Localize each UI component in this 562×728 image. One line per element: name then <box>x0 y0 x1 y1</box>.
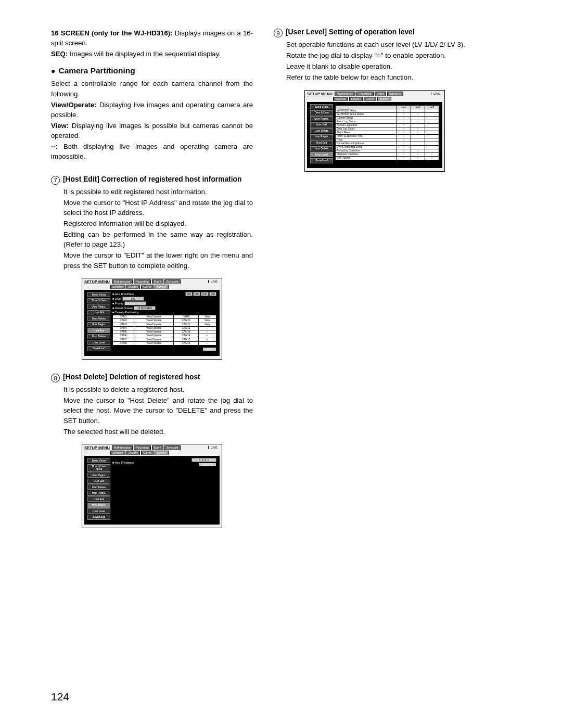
sidebar-item: Time & Date <box>87 298 110 303</box>
sidebar-item: User Level <box>310 152 333 157</box>
sidebar-item: Host Regist. <box>87 322 110 327</box>
figure-host-delete: SETUP MENU Maintenance Recording Event S… <box>82 444 222 529</box>
sidebar-item: Host Delete <box>87 503 110 508</box>
sidebar-item: User Regist. <box>310 116 333 121</box>
fig7-main: Host IP Address 000 000 000 000 LevelLV1… <box>112 292 216 352</box>
sidebar-item: Basic Setup <box>87 458 110 463</box>
camera-partitioning-table: CAM1View/OperateCAM9ViewCAM2View/Operate… <box>112 315 216 346</box>
circled-9: 9 <box>274 29 283 37</box>
view-line: View: Displaying live images is possible… <box>51 121 253 141</box>
sidebar-item: Basic Setup <box>87 292 110 297</box>
dash-line: --: Both displaying live images and oper… <box>51 142 253 161</box>
circled-8: 8 <box>51 374 60 382</box>
sidebar-item: Host Edit <box>310 140 333 145</box>
section-8-heading: 8 [Host Delete] Deletion of registered h… <box>51 373 253 382</box>
edit-button: EDIT <box>202 347 216 351</box>
fig9-title: SETUP MENU <box>307 92 333 96</box>
sidebar-item: Host Delete <box>87 334 110 339</box>
sidebar-item: Save/Load <box>310 158 333 163</box>
sidebar-item: Host Regist. <box>87 491 110 496</box>
figure-user-level: SETUP MENU Maintenance Recording Event S… <box>304 90 445 172</box>
sidebar-item: Save/Load <box>87 515 110 520</box>
sidebar-item: User Delete <box>87 484 110 490</box>
sidebar-item: User Edit <box>87 479 110 484</box>
page-number: 124 <box>51 691 69 703</box>
screen16-label: 16 SCREEN (only for the WJ-HD316): <box>51 29 173 37</box>
sidebar-item: User Level <box>87 340 110 345</box>
sidebar-item: Host Edit <box>87 496 110 502</box>
fig9-main: LV1LV2LV3WJ-HD300 Setup○WJ-HD300 Setup S… <box>335 104 439 164</box>
left-column: 16 SCREEN (only for the WJ-HD316): Displ… <box>51 28 253 528</box>
section-9-body: Set operable functions at each user leve… <box>274 40 476 83</box>
right-column: 9 [User Level] Setting of operation leve… <box>274 28 476 528</box>
sidebar-item: Host Edit <box>87 328 110 333</box>
cam-part-intro: Select a controllable range for each cam… <box>51 79 253 98</box>
section-7-heading: 7 [Host Edit] Correction of registered h… <box>51 175 253 185</box>
sidebar-item: Host Delete <box>310 146 333 151</box>
fig7-title: SETUP MENU <box>84 279 110 284</box>
sidebar-item: Basic Setup <box>310 104 333 109</box>
sidebar-item: Time & Date Setup <box>87 464 110 472</box>
fig9-sidebar: Basic SetupTime & DateUser Regist.User E… <box>310 104 333 164</box>
section-7-body: It is possible to edit registered host i… <box>51 187 253 271</box>
camera-partitioning-heading: Camera Partitioning <box>51 66 253 75</box>
seq-line: SEQ: Images will be displayed in the seq… <box>51 49 253 59</box>
sidebar-item: User Edit <box>87 310 110 315</box>
fig8-title: SETUP MENU <box>84 445 110 450</box>
user-level-table: LV1LV2LV3WJ-HD300 Setup○WJ-HD300 Setup S… <box>335 105 439 160</box>
figure-host-edit: SETUP MENU Maintenance Recording Event S… <box>82 278 222 360</box>
fig8-main: Host IP Address 0. 0. 0. 0 DELETE <box>112 458 216 520</box>
sidebar-item: Save/Load <box>87 346 110 351</box>
sidebar-item: User Delete <box>87 316 110 321</box>
sidebar-item: User Regist. <box>87 472 110 478</box>
section-9-heading: 9 [User Level] Setting of operation leve… <box>274 28 476 37</box>
circled-7: 7 <box>51 176 60 185</box>
fig7-sidebar: Basic SetupTime & DateUser Regist.User E… <box>87 292 110 352</box>
viewop-line: View/Operate: Displaying live images and… <box>51 100 253 120</box>
sidebar-item: User Level <box>87 508 110 514</box>
sidebar-item: User Delete <box>310 128 333 133</box>
seq-desc: Images will be displayed in the sequenti… <box>70 50 221 58</box>
sidebar-item: Time & Date <box>310 110 333 116</box>
delete-button: DELETE <box>198 463 216 467</box>
fig8-sidebar: Basic SetupTime & Date SetupUser Regist.… <box>87 458 110 520</box>
seq-label: SEQ: <box>51 50 68 58</box>
section-8-body: It is possible to delete a registered ho… <box>51 385 253 437</box>
sidebar-item: Host Regist. <box>310 134 333 139</box>
sidebar-item: User Edit <box>310 122 333 127</box>
sidebar-item: User Regist. <box>87 304 110 309</box>
screen16-line: 16 SCREEN (only for the WJ-HD316): Displ… <box>51 28 253 48</box>
